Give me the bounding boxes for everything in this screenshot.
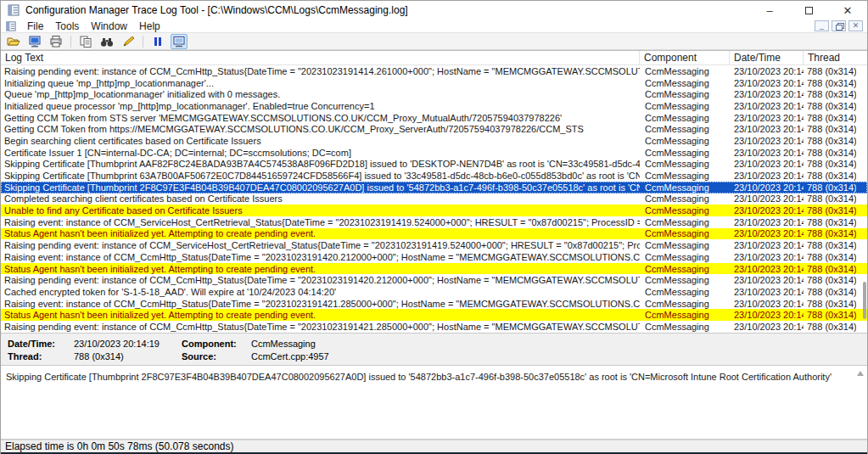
log-cell-datetime: 23/10/2023 20:14:19: [730, 113, 804, 123]
app-window: Configuration Manager Trace Log Tool - […: [0, 0, 868, 454]
log-cell-thread: 788 (0x314): [804, 228, 856, 238]
column-header-thread[interactable]: Thread: [804, 51, 856, 64]
log-row[interactable]: Cached encrypted token for 'S-1-5-18_AAD…: [1, 286, 867, 298]
log-row[interactable]: Status Agent hasn't been initialized yet…: [1, 228, 867, 240]
log-cell-component: CcmMessaging: [640, 101, 730, 111]
log-row[interactable]: Initialized queue processor 'mp_[http]mp…: [1, 100, 867, 112]
open-file-button[interactable]: [5, 34, 22, 49]
menu-tools[interactable]: Tools: [49, 20, 85, 32]
log-cell-component: CcmMessaging: [640, 322, 730, 332]
print-button[interactable]: [48, 34, 64, 49]
column-header-logtext[interactable]: Log Text: [1, 51, 640, 64]
log-row[interactable]: Certificate Issuer 1 [CN=internal-DC-CA;…: [1, 147, 867, 159]
pause-button[interactable]: [149, 34, 166, 49]
restore-icon: [836, 23, 843, 29]
detail-message-box[interactable]: Skipping Certificate [Thumbprint 2F8C97E…: [1, 365, 867, 440]
log-cell-datetime: 23/10/2023 20:14:19: [730, 159, 804, 169]
log-cell-thread: 788 (0x314): [804, 148, 856, 158]
log-cell-text: Completed searching client certificates …: [1, 193, 640, 204]
detail-datetime-label: Date/Time:: [8, 339, 74, 349]
log-cell-text: Skipping Certificate [Thumbprint 2F8C97E…: [1, 182, 640, 193]
log-cell-thread: 788 (0x314): [804, 205, 856, 216]
detail-source-label: Source:: [182, 351, 251, 362]
log-cell-thread: 788 (0x314): [804, 264, 856, 274]
log-cell-datetime: 23/10/2023 20:14:20: [730, 252, 804, 262]
mdi-minimize-button[interactable]: _: [815, 20, 829, 31]
close-button[interactable]: ✕: [828, 1, 867, 20]
log-cell-thread: 788 (0x314): [804, 217, 856, 227]
log-row[interactable]: Queue 'mp_[http]mp_locationmanager' init…: [1, 88, 867, 100]
log-cell-component: CcmMessaging: [640, 113, 730, 123]
list-scrollbar-thumb[interactable]: [863, 282, 866, 319]
column-header-datetime[interactable]: Date/Time: [730, 51, 804, 64]
list-scrollbar[interactable]: [862, 51, 866, 333]
log-row[interactable]: Getting CCM Token from STS server 'MEMCM…: [1, 112, 867, 124]
log-cell-thread: 788 (0x314): [804, 124, 856, 134]
log-cell-thread: 788 (0x314): [804, 322, 856, 332]
log-cell-component: CcmMessaging: [640, 240, 730, 250]
log-row[interactable]: Begin searching client certificates base…: [1, 135, 867, 147]
log-row[interactable]: Status Agent hasn't been initialized yet…: [1, 263, 867, 275]
log-cell-thread: 788 (0x314): [804, 78, 856, 88]
log-cell-datetime: 23/10/2023 20:14:19: [730, 124, 804, 134]
copy-button[interactable]: [77, 34, 94, 49]
log-cell-thread: 788 (0x314): [804, 66, 856, 76]
minimize-button[interactable]: –: [750, 1, 789, 20]
log-cell-text: Raising pending event: instance of CCM_S…: [1, 240, 640, 250]
log-cell-datetime: 23/10/2023 20:14:14: [730, 66, 804, 76]
log-cell-component: CcmMessaging: [640, 275, 730, 285]
log-row[interactable]: Raising event: instance of CCM_ServiceHo…: [1, 216, 867, 228]
column-headers: Log Text Component Date/Time Thread: [1, 51, 867, 65]
log-row[interactable]: Completed searching client certificates …: [1, 193, 867, 205]
log-cell-text: Getting CCM Token from STS server 'MEMCM…: [1, 113, 640, 123]
log-cell-thread: 788 (0x314): [804, 240, 856, 250]
mdi-restore-button[interactable]: [832, 20, 846, 31]
detail-datetime-value: 23/10/2023 20:14:19: [74, 339, 182, 349]
column-header-component[interactable]: Component: [640, 51, 730, 64]
mdi-close-button[interactable]: ✕: [848, 20, 863, 31]
log-cell-datetime: 23/10/2023 20:14:19: [730, 148, 804, 158]
menu-file[interactable]: File: [21, 20, 49, 32]
log-row[interactable]: Status Agent hasn't been initialized yet…: [1, 309, 867, 321]
log-cell-text: Raising event: instance of CCM_CcmHttp_S…: [1, 299, 640, 309]
log-row[interactable]: Skipping Certificate [Thumbprint 2F8C97E…: [1, 182, 867, 193]
log-row[interactable]: Unable to find any Certificate based on …: [1, 205, 867, 216]
log-cell-thread: 788 (0x314): [804, 287, 856, 297]
menu-help[interactable]: Help: [133, 20, 166, 32]
log-cell-component: CcmMessaging: [640, 159, 730, 169]
log-row[interactable]: Raising pending event: instance of CCM_S…: [1, 239, 867, 251]
log-cell-thread: 788 (0x314): [804, 113, 856, 123]
log-cell-datetime: 23/10/2023 20:14:19: [730, 171, 804, 181]
log-cell-text: Status Agent hasn't been initialized yet…: [1, 264, 640, 274]
log-row[interactable]: Raising event: instance of CCM_CcmHttp_S…: [1, 298, 867, 310]
find-button[interactable]: [98, 34, 115, 49]
highlight-button[interactable]: [120, 34, 137, 49]
toolbar: [1, 33, 867, 50]
realtime-monitor-button[interactable]: [171, 34, 188, 49]
menu-window[interactable]: Window: [85, 20, 133, 32]
log-cell-thread: 788 (0x314): [804, 299, 856, 309]
log-cell-thread: 788 (0x314): [804, 193, 856, 204]
log-row[interactable]: Raising pending event: instance of CCM_C…: [1, 274, 867, 286]
maximize-button[interactable]: [789, 1, 828, 20]
log-cell-component: CcmMessaging: [640, 124, 730, 134]
log-row[interactable]: Raising pending event: instance of CCM_C…: [1, 65, 867, 77]
scroll-up-arrow-icon[interactable]: [857, 371, 864, 376]
log-row[interactable]: Skipping Certificate [Thumbprint AAF82F8…: [1, 159, 867, 171]
log-cell-thread: 788 (0x314): [804, 159, 856, 169]
log-row[interactable]: Skipping Certificate [Thumbprint 63A7B00…: [1, 170, 867, 182]
open-remote-button[interactable]: [26, 34, 43, 49]
mdi-window-controls: _ ✕: [815, 20, 863, 31]
log-cell-component: CcmMessaging: [640, 136, 730, 146]
log-cell-text: Initialized queue processor 'mp_[http]mp…: [1, 101, 640, 111]
log-row[interactable]: Raising event: instance of CCM_CcmHttp_S…: [1, 251, 867, 263]
log-cell-component: CcmMessaging: [640, 228, 730, 238]
log-row[interactable]: Initializing queue 'mp_[http]mp_location…: [1, 77, 867, 89]
log-cell-thread: 788 (0x314): [804, 171, 856, 181]
log-cell-datetime: 23/10/2023 20:14:15: [730, 101, 804, 111]
log-cell-datetime: 23/10/2023 20:14:19: [730, 193, 804, 204]
detail-message: Skipping Certificate [Thumbprint 2F8C97E…: [6, 371, 850, 383]
log-row[interactable]: Raising pending event: instance of CCM_C…: [1, 321, 867, 333]
log-row[interactable]: Getting CCM Token from https://MEMCMGGAT…: [1, 123, 867, 135]
app-icon: [8, 4, 20, 16]
